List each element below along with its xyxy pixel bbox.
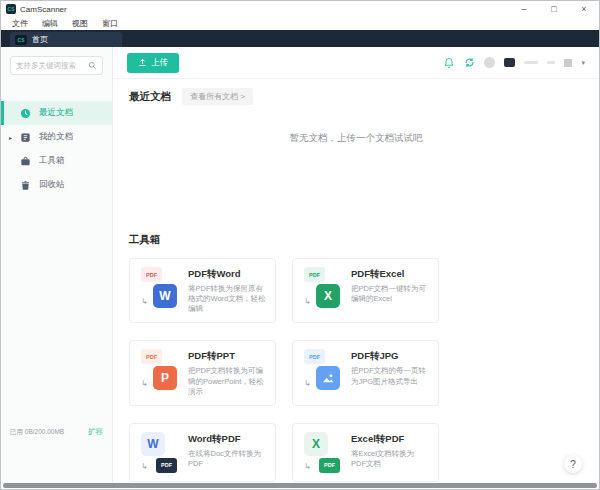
username-text <box>524 61 538 64</box>
sidebar: 最近文档 ▸ 我的文档 工具箱 <box>1 47 113 489</box>
excel-badge: X <box>304 432 328 456</box>
documents-icon <box>20 132 31 143</box>
recent-docs-title: 最近文档 <box>129 90 171 104</box>
upload-button-label: 上传 <box>151 57 168 69</box>
main-content: 最近文档 查看所有文档 > 暂无文档，上传一个文档试试吧 工具箱 PDF ↳ W… <box>113 79 599 489</box>
horizontal-scrollbar-track <box>1 482 599 489</box>
sidebar-item-label: 最近文档 <box>39 107 73 119</box>
tool-card-title: PDF转Excel <box>351 268 429 281</box>
excel-badge: X <box>316 284 340 308</box>
pdf-to-ppt-icon: PDF ↳ P <box>139 349 179 390</box>
tool-card-pdf-to-word[interactable]: PDF ↳ W PDF转Word 将PDF转换为保留原有格式的Word文档，轻松… <box>129 258 276 323</box>
search-icon <box>88 61 97 70</box>
tool-card-title: PDF转Word <box>188 268 266 281</box>
main-toolbar: 上传 ▾ <box>113 47 599 79</box>
minimize-button[interactable]: – <box>509 1 539 17</box>
tool-card-desc: 把PDF文档一键转为可编辑的Excel <box>351 284 429 304</box>
upload-icon <box>138 58 147 67</box>
pdf-badge: PDF <box>141 349 162 364</box>
word-to-pdf-icon: W ↳ PDF <box>139 432 179 473</box>
tool-card-pdf-to-excel[interactable]: PDF ↳ X PDF转Excel 把PDF文档一键转为可编辑的Excel <box>292 258 439 323</box>
maximize-button[interactable]: □ <box>539 1 569 17</box>
image-icon <box>316 366 340 390</box>
view-all-docs-button[interactable]: 查看所有文档 > <box>182 88 253 105</box>
storage-info: 已用 0B/200.00MB 扩容 <box>1 427 112 437</box>
menu-window[interactable]: 窗口 <box>95 18 125 29</box>
cs-logo-icon: CS <box>15 35 27 45</box>
caret-right-icon[interactable]: ▸ <box>9 134 12 141</box>
sidebar-item-recent-docs[interactable]: 最近文档 <box>1 101 112 125</box>
sidebar-item-label: 回收站 <box>39 179 65 191</box>
tool-card-title: Excel转PDF <box>351 433 429 446</box>
caret-down-icon[interactable]: ▾ <box>581 59 585 67</box>
sidebar-item-label: 工具箱 <box>39 155 65 167</box>
horizontal-scrollbar[interactable] <box>3 483 597 488</box>
clock-icon <box>20 108 31 119</box>
search-box <box>10 56 103 75</box>
pdf-badge: PDF <box>156 458 177 473</box>
sidebar-item-recycle-bin[interactable]: 回收站 <box>1 173 112 197</box>
pdf-to-word-icon: PDF ↳ W <box>139 267 179 308</box>
tool-card-desc: 将PDF转换为保留原有格式的Word文档，轻松编辑 <box>188 284 266 314</box>
vip-icon <box>564 59 572 67</box>
header-icons: ▾ <box>443 57 585 69</box>
app-title: CamScanner <box>20 5 67 14</box>
menu-view[interactable]: 视图 <box>65 18 95 29</box>
convert-arrow-icon: ↳ <box>304 379 311 388</box>
username-text <box>547 61 555 64</box>
search-input[interactable] <box>16 61 88 70</box>
sync-icon[interactable] <box>464 57 475 68</box>
close-button[interactable]: × <box>569 1 599 17</box>
toolbox-grid: PDF ↳ W PDF转Word 将PDF转换为保留原有格式的Word文档，轻松… <box>129 258 583 482</box>
tab-home-label: 首页 <box>32 34 48 45</box>
menu-edit[interactable]: 编辑 <box>35 18 65 29</box>
tool-card-desc: 将Excel文档转换为PDF文档 <box>351 449 429 469</box>
sidebar-nav: 最近文档 ▸ 我的文档 工具箱 <box>1 101 112 197</box>
menu-bar: 文件 编辑 视图 窗口 <box>1 17 599 30</box>
tool-card-desc: 把PDF文档转换为可编辑的PowerPoint，轻松演示 <box>188 366 266 396</box>
window-controls: – □ × <box>509 1 599 17</box>
toolbox-icon <box>20 156 31 167</box>
pdf-badge: PDF <box>141 267 162 282</box>
word-badge: W <box>153 284 177 308</box>
convert-arrow-icon: ↳ <box>141 462 148 471</box>
storage-expand-link[interactable]: 扩容 <box>88 427 103 437</box>
tool-card-pdf-to-jpg[interactable]: PDF ↳ PDF转JPG 把PDF文档的每一页转为JPG图片格式导出 <box>292 340 439 405</box>
tool-card-title: Word转PDF <box>188 433 266 446</box>
sidebar-item-toolbox[interactable]: 工具箱 <box>1 149 112 173</box>
tool-card-word-to-pdf[interactable]: W ↳ PDF Word转PDF 在线将Doc文件转换为PDF <box>129 423 276 482</box>
account-badge-icon <box>504 58 515 67</box>
tool-card-desc: 在线将Doc文件转换为PDF <box>188 449 266 469</box>
sidebar-item-label: 我的文档 <box>39 131 73 143</box>
convert-arrow-icon: ↳ <box>141 297 148 306</box>
camscanner-window: CS CamScanner – □ × 文件 编辑 视图 窗口 CS 首页 <box>0 0 600 490</box>
storage-used-text: 已用 0B/200.00MB <box>10 428 64 437</box>
upload-button[interactable]: 上传 <box>127 53 179 73</box>
ppt-badge: P <box>153 366 177 390</box>
toolbox-section-title: 工具箱 <box>129 233 583 247</box>
tool-card-desc: 把PDF文档的每一页转为JPG图片格式导出 <box>351 366 429 386</box>
title-bar: CS CamScanner – □ × <box>1 1 599 17</box>
tab-home[interactable]: CS 首页 <box>10 32 122 47</box>
tool-card-title: PDF转JPG <box>351 350 429 363</box>
app-body: 最近文档 ▸ 我的文档 工具箱 <box>1 47 599 489</box>
recent-docs-header: 最近文档 查看所有文档 > <box>129 88 583 105</box>
notification-bell-icon[interactable] <box>443 57 455 69</box>
pdf-to-excel-icon: PDF ↳ X <box>302 267 342 308</box>
help-button[interactable]: ? <box>564 455 582 473</box>
trash-icon <box>20 180 31 191</box>
pdf-badge: PDF <box>304 267 325 282</box>
convert-arrow-icon: ↳ <box>304 297 311 306</box>
menu-file[interactable]: 文件 <box>5 18 35 29</box>
sidebar-item-my-docs[interactable]: ▸ 我的文档 <box>1 125 112 149</box>
pdf-badge: PDF <box>319 458 340 473</box>
excel-to-pdf-icon: X ↳ PDF <box>302 432 342 473</box>
main-area: 上传 ▾ <box>113 47 599 489</box>
convert-arrow-icon: ↳ <box>304 462 311 471</box>
avatar[interactable] <box>484 57 495 68</box>
tool-card-excel-to-pdf[interactable]: X ↳ PDF Excel转PDF 将Excel文档转换为PDF文档 <box>292 423 439 482</box>
tool-card-pdf-to-ppt[interactable]: PDF ↳ P PDF转PPT 把PDF文档转换为可编辑的PowerPoint，… <box>129 340 276 405</box>
pdf-badge: PDF <box>304 349 325 364</box>
tool-card-title: PDF转PPT <box>188 350 266 363</box>
pdf-to-jpg-icon: PDF ↳ <box>302 349 342 390</box>
